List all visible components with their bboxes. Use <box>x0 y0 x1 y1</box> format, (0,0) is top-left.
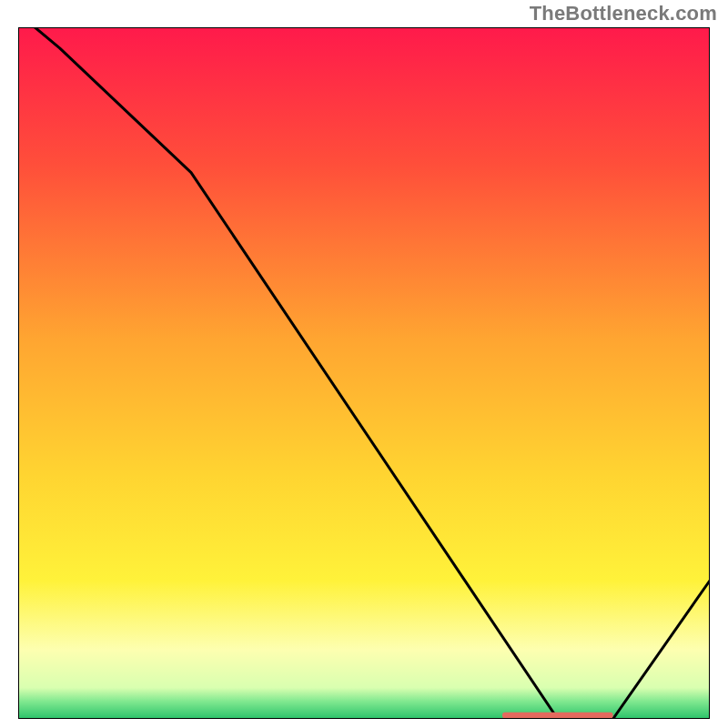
chart-plot <box>18 27 710 719</box>
watermark-text: TheBottleneck.com <box>530 2 717 25</box>
marker-segment <box>502 713 613 719</box>
chart-frame: TheBottleneck.com <box>0 0 728 728</box>
gradient-background <box>18 27 710 719</box>
chart-svg <box>18 27 710 719</box>
